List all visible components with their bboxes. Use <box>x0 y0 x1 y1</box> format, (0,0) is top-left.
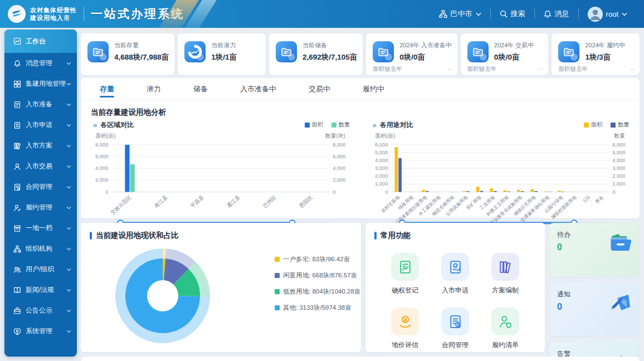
donut-legend-item-3[interactable]: 低效用地: 804块/1040.28亩 <box>275 287 360 296</box>
username-label: root <box>606 10 618 18</box>
chart-title: 各用途对比 <box>380 120 413 130</box>
sidebar-item-2[interactable]: 消息管理 <box>4 53 77 74</box>
stat-card-value: 1块/1亩 <box>211 52 237 62</box>
stat-card-value: 0块/0亩 <box>399 52 452 62</box>
chart-legend: 面积数量 <box>584 121 630 129</box>
sidebar-item-12[interactable]: 用户/组织 <box>4 259 77 280</box>
search-label: 搜索 <box>511 9 525 19</box>
prepare-doc-icon <box>373 41 394 62</box>
stat-card-value: 4,688块/7,988亩 <box>114 52 169 62</box>
sidebar-item-5[interactable]: 入市申请 <box>4 115 77 135</box>
brand-line2: 建设用地入市 <box>30 14 77 22</box>
function-入市申请[interactable]: 入市申请 <box>441 253 469 295</box>
sidebar-item-label: 集建用地管理 <box>26 79 66 89</box>
sidebar-item-4[interactable]: 入市准备 <box>4 94 77 115</box>
sidebar-item-label: 组织机构 <box>26 244 52 253</box>
city-selector[interactable]: 巴中市 <box>430 9 490 19</box>
notice-card-待办[interactable]: 待办0 <box>549 223 640 277</box>
function-label: 方案编制 <box>492 286 519 295</box>
legend-swatch <box>275 273 280 278</box>
todo-folder-icon <box>607 232 633 256</box>
stat-card-1[interactable]: 当前存量4,688块/7,988亩 <box>81 33 174 75</box>
price-icon <box>391 308 419 335</box>
brand-logo-icon <box>8 5 26 23</box>
chart-title: 各区域对比 <box>100 120 134 130</box>
tab-潜力[interactable]: 潜力 <box>147 78 161 100</box>
chevron-down-icon <box>66 62 71 65</box>
messages-button[interactable]: 消息 <box>535 9 578 19</box>
donut-legend-item-4[interactable]: 其他: 3133块/5974.38亩 <box>275 304 360 312</box>
stat-card-2[interactable]: 当前潜力1块/1亩 <box>178 33 266 75</box>
legend-label: 闲置用地: 668块/876.57亩 <box>283 271 357 280</box>
bar-chart-svg: 面积(亩)数量001,0001,0002,0002,0003,0003,0004… <box>365 131 636 228</box>
stat-card-main: 2024年 交易中0块/0亩 <box>467 39 543 65</box>
analysis-panel: 存量潜力储备入市准备中交易中履约中 当前存量建设用地分析 »各区域对比面积数量面… <box>81 78 640 218</box>
sidebar-item-1[interactable]: 工作台 <box>4 30 77 53</box>
stat-card-footer: 面积较去年-- <box>373 65 452 73</box>
stat-card-value: 1块/3亩 <box>585 52 625 62</box>
chevron-down-icon <box>66 82 71 86</box>
sidebar-item-11[interactable]: 组织机构 <box>4 238 77 259</box>
svg-text:4,000: 4,000 <box>612 158 625 163</box>
svg-text:数量: 数量 <box>613 133 625 139</box>
function-方案编制[interactable]: 方案编制 <box>491 253 519 295</box>
sidebar-item-8[interactable]: 合同管理 <box>4 177 77 197</box>
bell-icon <box>544 10 552 18</box>
charts-row: »各区域对比面积数量面积(亩)数量(块)002,0002,0004,0004,0… <box>81 119 640 228</box>
city-label: 巴中市 <box>451 9 472 19</box>
stat-card-5[interactable]: 2024年 交易中0块/0亩面积较去年-- <box>461 33 549 75</box>
search-icon <box>500 10 508 18</box>
donut-svg <box>110 243 216 349</box>
function-合同管理[interactable]: 合同管理 <box>441 308 469 350</box>
notice-card-通知[interactable]: 通知0 <box>549 282 640 336</box>
stat-footer-value: -- <box>539 65 543 73</box>
svg-text:6,000: 6,000 <box>375 142 388 148</box>
stat-card-texts: 2024年 入市准备中0块/0亩 <box>399 41 452 62</box>
sidebar-item-13[interactable]: 新闻/法规 <box>4 280 77 300</box>
legend-item-数量[interactable]: 数量 <box>611 121 630 129</box>
legend-item-数量[interactable]: 数量 <box>331 121 350 129</box>
legend-label: 其他: 3133块/5974.38亩 <box>283 304 352 312</box>
function-履约清单[interactable]: 履约清单 <box>491 308 519 350</box>
sidebar-nav: 工作台消息管理集建用地管理入市准备入市申请入市方案入市交易合同管理履约管理一地一… <box>4 30 77 357</box>
sidebar-item-6[interactable]: 入市方案 <box>4 135 77 156</box>
chevron-down-icon <box>66 309 71 313</box>
sidebar-item-7[interactable]: 入市交易 <box>4 156 77 177</box>
stat-card-label: 2024年 交易中 <box>494 41 534 50</box>
legend-item-面积[interactable]: 面积 <box>305 121 324 129</box>
sidebar-item-3[interactable]: 集建用地管理 <box>4 74 77 94</box>
user-menu[interactable]: root <box>579 7 636 22</box>
sidebar-item-9[interactable]: 履约管理 <box>4 197 77 218</box>
header-actions: 巴中市 搜索 <box>430 7 636 22</box>
function-地价评估[interactable]: 地价评估 <box>391 308 419 350</box>
common-functions-title-text: 常用功能 <box>380 231 411 241</box>
stat-footer-label: 面积较去年 <box>558 65 588 73</box>
svg-text:4,000: 4,000 <box>333 165 345 171</box>
donut-legend-item-2[interactable]: 闲置用地: 668块/876.57亩 <box>275 271 360 280</box>
stat-card-3[interactable]: 当前储备2,692块/7,105亩 <box>269 33 363 75</box>
sidebar-item-10[interactable]: 一地一档 <box>4 218 77 238</box>
form-icon <box>13 121 21 129</box>
tab-储备[interactable]: 储备 <box>193 78 208 100</box>
svg-text:1,000: 1,000 <box>375 181 388 187</box>
tab-存量[interactable]: 存量 <box>100 78 114 100</box>
tab-履约中[interactable]: 履约中 <box>363 78 384 100</box>
tab-入市准备中[interactable]: 入市准备中 <box>240 78 276 100</box>
legend-item-面积[interactable]: 面积 <box>584 121 603 129</box>
storage-folder-icon <box>87 41 109 62</box>
stat-card-4[interactable]: 2024年 入市准备中0块/0亩面积较去年-- <box>366 33 457 75</box>
svg-text:文旅示范区: 文旅示范区 <box>109 194 132 216</box>
tab-交易中[interactable]: 交易中 <box>309 78 330 100</box>
brand-line1: 农村集体经营性 <box>30 6 77 14</box>
sidebar-item-label: 合同管理 <box>26 182 52 192</box>
svg-text:面积(亩): 面积(亩) <box>96 133 116 139</box>
function-确权登记[interactable]: 确权登记 <box>391 253 419 295</box>
sidebar-item-15[interactable]: 系统管理 <box>4 321 77 342</box>
search-button[interactable]: 搜索 <box>491 9 534 19</box>
chevron-down-icon <box>66 124 71 127</box>
stat-card-label: 当前潜力 <box>211 41 237 50</box>
sidebar-item-14[interactable]: 公告公示 <box>4 300 77 321</box>
stat-card-6[interactable]: 2024年 履约中1块/3亩面积较去年-- <box>552 33 640 75</box>
donut-legend-item-1[interactable]: 一户多宅: 83块/96.42亩 <box>275 255 360 264</box>
stat-card-footer: 面积较去年-- <box>558 65 634 73</box>
